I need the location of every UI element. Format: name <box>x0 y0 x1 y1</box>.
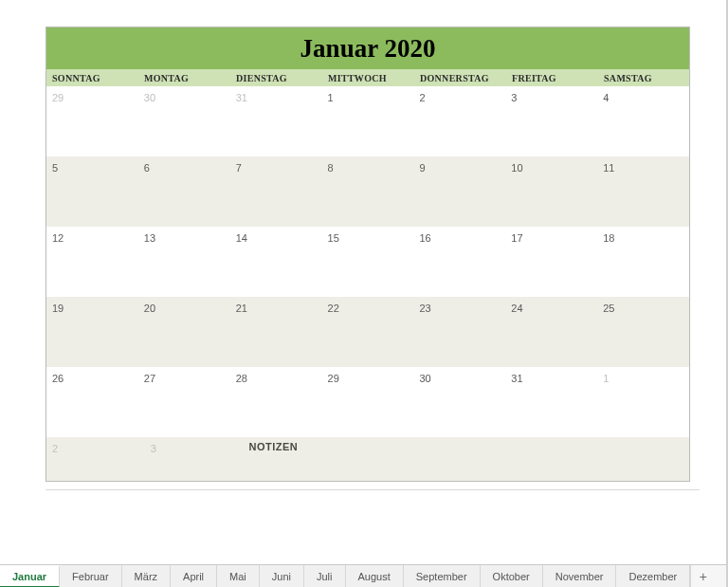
sheet-tab-oktober[interactable]: Oktober <box>481 565 543 587</box>
calendar-day-cell[interactable]: 7 <box>230 156 322 227</box>
calendar-day-cell[interactable]: 18 <box>597 227 689 297</box>
sheet-tab-november[interactable]: November <box>543 565 617 587</box>
dow-tuesday: DIENSTAG <box>230 69 322 86</box>
calendar-title: Januar 2020 <box>300 34 436 64</box>
sheet-tab-märz[interactable]: März <box>122 565 171 587</box>
calendar-day-cell[interactable]: 24 <box>505 297 597 367</box>
dow-saturday: SAMSTAG <box>598 69 689 86</box>
calendar-day-cell[interactable]: 16 <box>413 227 505 297</box>
day-of-week-row: SONNTAG MONTAG DIENSTAG MITTWOCH DONNERS… <box>46 69 689 86</box>
calendar-day-cell[interactable]: 31 <box>230 86 322 156</box>
calendar-day-cell[interactable]: 13 <box>138 227 230 297</box>
calendar-day-cell[interactable]: 27 <box>138 367 230 437</box>
calendar-day-cell[interactable]: 8 <box>322 156 414 227</box>
calendar-week-row: 19202122232425 <box>46 297 689 367</box>
notes-cell-1[interactable]: 3 <box>145 437 244 481</box>
calendar-day-cell[interactable]: 14 <box>230 227 322 297</box>
sheet-tab-dezember[interactable]: Dezember <box>616 565 690 587</box>
calendar-week-row: 2930311234 <box>46 86 689 156</box>
calendar-day-cell[interactable]: 26 <box>46 367 138 437</box>
dow-monday: MONTAG <box>138 69 230 86</box>
sheet-tab-mai[interactable]: Mai <box>217 565 260 587</box>
page-break-line <box>46 489 700 503</box>
sheet-tab-august[interactable]: August <box>346 565 404 587</box>
dow-friday: FREITAG <box>506 69 598 86</box>
calendar-day-cell[interactable]: 28 <box>230 367 322 437</box>
sheet-tab-januar[interactable]: Januar <box>0 565 60 587</box>
calendar-day-cell[interactable]: 12 <box>46 227 138 297</box>
calendar-day-cell[interactable]: 30 <box>138 86 230 156</box>
calendar-day-cell[interactable]: 15 <box>322 227 414 297</box>
sheet-tab-bar: JanuarFebruarMärzAprilMaiJuniJuliAugustS… <box>0 564 726 587</box>
calendar-day-cell[interactable]: 20 <box>138 297 230 367</box>
calendar-day-cell[interactable]: 30 <box>413 367 505 437</box>
calendar-day-cell[interactable]: 11 <box>597 156 689 227</box>
notes-row: 2 3 NOTIZEN <box>46 437 689 481</box>
calendar-day-cell[interactable]: 22 <box>322 297 414 367</box>
calendar-day-cell[interactable]: 29 <box>322 367 414 437</box>
sheet-tab-februar[interactable]: Februar <box>60 565 122 587</box>
calendar-day-cell[interactable]: 31 <box>505 367 597 437</box>
calendar-day-cell[interactable]: 17 <box>505 227 597 297</box>
calendar-day-cell[interactable]: 9 <box>413 156 505 227</box>
notes-cell-0[interactable]: 2 <box>46 437 145 481</box>
calendar-day-cell[interactable]: 1 <box>322 86 414 156</box>
sheet-tab-juli[interactable]: Juli <box>304 565 346 587</box>
calendar-day-cell[interactable]: 29 <box>46 86 138 156</box>
calendar-card: Januar 2020 SONNTAG MONTAG DIENSTAG MITT… <box>46 27 690 482</box>
calendar-day-cell[interactable]: 19 <box>46 297 138 367</box>
calendar-day-cell[interactable]: 3 <box>505 86 597 156</box>
notes-label[interactable]: NOTIZEN <box>243 437 689 481</box>
calendar-day-cell[interactable]: 5 <box>46 156 138 227</box>
sheet-tab-april[interactable]: April <box>171 565 217 587</box>
calendar-day-cell[interactable]: 25 <box>597 297 689 367</box>
calendar-grid: 2930311234567891011121314151617181920212… <box>46 86 689 437</box>
calendar-day-cell[interactable]: 21 <box>230 297 322 367</box>
calendar-day-cell[interactable]: 10 <box>505 156 597 227</box>
dow-wednesday: MITTWOCH <box>322 69 414 86</box>
calendar-week-row: 2627282930311 <box>46 367 689 437</box>
sheet-tab-juni[interactable]: Juni <box>260 565 304 587</box>
worksheet-area: Januar 2020 SONNTAG MONTAG DIENSTAG MITT… <box>0 0 726 564</box>
calendar-week-row: 567891011 <box>46 156 689 227</box>
calendar-day-cell[interactable]: 6 <box>138 156 230 227</box>
calendar-week-row: 12131415161718 <box>46 227 689 297</box>
dow-thursday: DONNERSTAG <box>414 69 506 86</box>
calendar-day-cell[interactable]: 23 <box>413 297 505 367</box>
calendar-day-cell[interactable]: 1 <box>597 367 689 437</box>
sheet-tab-september[interactable]: September <box>404 565 481 587</box>
dow-sunday: SONNTAG <box>46 69 138 86</box>
calendar-day-cell[interactable]: 2 <box>413 86 505 156</box>
add-sheet-button[interactable]: + <box>690 565 715 587</box>
calendar-title-bar: Januar 2020 <box>46 28 689 69</box>
calendar-day-cell[interactable]: 4 <box>597 86 689 156</box>
